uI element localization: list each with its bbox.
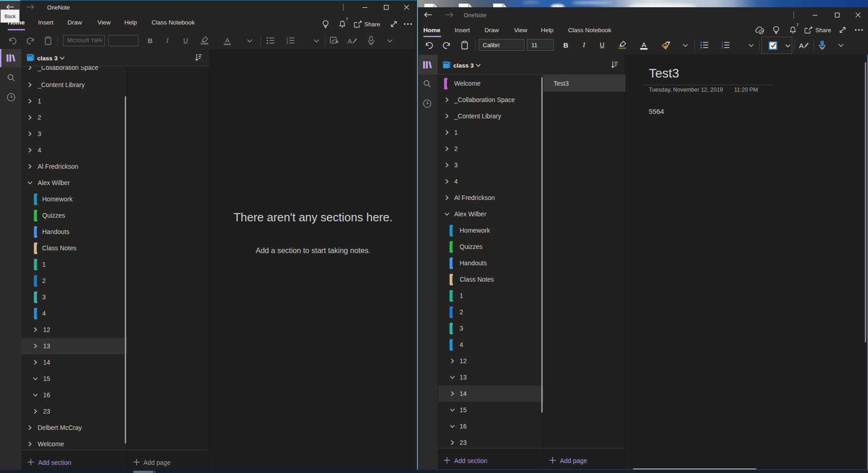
svg-text:3: 3 [286, 41, 288, 44]
svg-text:3: 3 [721, 46, 723, 49]
